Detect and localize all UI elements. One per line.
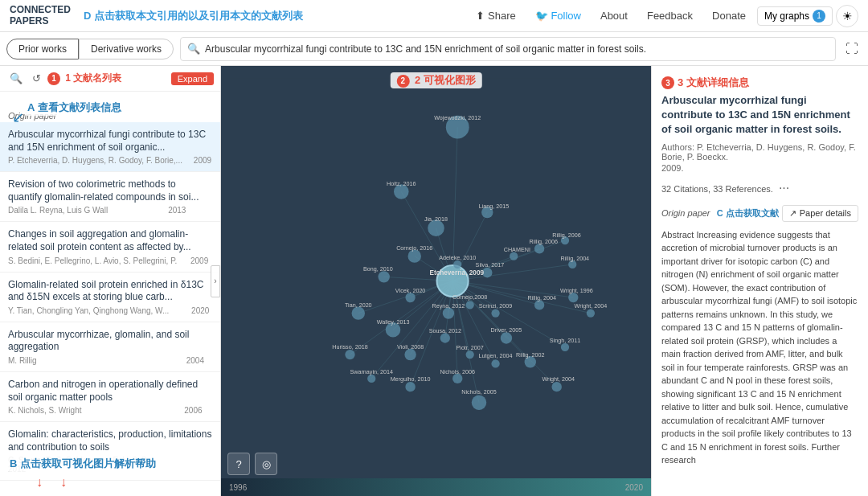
svg-point-63 <box>405 382 415 391</box>
sun-icon: ☀ <box>842 10 853 23</box>
svg-text:Mergulho, 2010: Mergulho, 2010 <box>391 375 431 383</box>
svg-point-67 <box>561 343 569 351</box>
svg-point-60 <box>587 309 595 317</box>
svg-text:Rillig, 2006: Rillig, 2006 <box>529 238 558 245</box>
list-item[interactable]: Changes in soil aggregation and glomalin… <box>0 222 220 272</box>
tab-group: Prior works Derivative works <box>6 39 174 59</box>
expand-button[interactable]: Expand <box>171 72 214 85</box>
svg-point-50 <box>466 301 474 309</box>
svg-text:Hurisso, 2018: Hurisso, 2018 <box>332 343 367 350</box>
help-button[interactable]: ? <box>227 453 250 475</box>
follow-button[interactable]: 🐦 Follow <box>527 6 589 25</box>
list-item[interactable]: Revision of two colorimetric methods to … <box>0 172 220 222</box>
svg-text:Vlcek, 2020: Vlcek, 2020 <box>395 287 426 294</box>
svg-text:Rillig, 2004: Rillig, 2004 <box>527 294 556 301</box>
twitter-icon: 🐦 <box>535 10 548 22</box>
svg-point-51 <box>491 309 499 317</box>
papers-list: Origin paper Arbuscular mycorrhizal fung… <box>0 106 220 496</box>
search-input[interactable] <box>205 43 829 55</box>
panel-search-icon[interactable]: 🔍 <box>6 71 26 86</box>
external-link-icon: ↗ <box>789 208 796 219</box>
svg-point-61 <box>345 350 354 359</box>
search-icon: 🔍 <box>187 43 200 55</box>
my-graphs-button[interactable]: My graphs 1 <box>757 6 833 26</box>
svg-text:Piotr, 2007: Piotr, 2007 <box>456 344 483 351</box>
left-panel-header: 🔍 ↺ 1 1 文献名列表 Expand <box>0 66 220 92</box>
paper-abstract: Abstract Increasing evidence suggests th… <box>661 228 858 467</box>
fullscreen-button[interactable]: ⛶ <box>842 39 862 59</box>
more-options-button[interactable]: ··· <box>776 179 792 197</box>
derivative-works-tab[interactable]: Derivative works <box>79 39 174 59</box>
theme-toggle-button[interactable]: ☀ <box>836 5 858 27</box>
locate-button[interactable]: ◎ <box>255 453 277 475</box>
svg-point-54 <box>404 349 416 360</box>
center-panel: 2 2 可视化图形 <box>221 66 651 496</box>
list-item[interactable]: Arbuscular mycorrhizae, glomalin, and so… <box>0 322 220 372</box>
prior-works-tab[interactable]: Prior works <box>6 39 79 59</box>
donate-button[interactable]: Donate <box>704 6 754 25</box>
list-item[interactable]: Glomalin: characteristics, production, l… <box>0 422 220 481</box>
svg-text:Nichols, 2006: Nichols, 2006 <box>440 368 475 375</box>
left-panel: 🔍 ↺ 1 1 文献名列表 Expand A 查看文献列表信息 ↙ Origin… <box>0 66 221 496</box>
svg-text:Walley, 2013: Walley, 2013 <box>377 318 410 326</box>
list-item[interactable]: Glomalin-related soil protein enriched i… <box>0 273 220 322</box>
right-panel: 3 3 文献详细信息 Arbuscular mycorrhizal fungi … <box>651 66 868 496</box>
paper-detail-title: Arbuscular mycorrhizal fungi contribute … <box>661 93 858 137</box>
svg-text:Silva, 2017: Silva, 2017 <box>476 261 505 268</box>
paper-detail-year: 2009. <box>661 163 858 173</box>
share-button[interactable]: ⬆ Share <box>468 6 524 25</box>
svg-point-47 <box>453 260 461 268</box>
search-row: Prior works Derivative works 🔍 ⛶ <box>0 32 868 66</box>
paper-title: Carbon and nitrogen in operationally def… <box>8 379 212 404</box>
paper-meta: M. Rillig 2004 <box>8 356 212 365</box>
about-button[interactable]: About <box>592 6 636 25</box>
svg-point-56 <box>466 350 474 359</box>
paper-title: Glomalin: characteristics, production, l… <box>8 428 212 453</box>
svg-text:Jia, 2018: Jia, 2018 <box>424 215 448 223</box>
annotation-3: 3 文献详细信息 <box>678 76 749 90</box>
svg-point-65 <box>491 359 499 367</box>
panel-refresh-icon[interactable]: ↺ <box>29 71 44 86</box>
paper-details-button[interactable]: ↗ Paper details <box>782 205 858 222</box>
svg-text:Wright, 2004: Wright, 2004 <box>575 302 608 309</box>
svg-text:Wojewodzki, 2012: Wojewodzki, 2012 <box>434 114 481 121</box>
svg-text:Liang, 2015: Liang, 2015 <box>479 203 510 210</box>
timeline-bar: 1996 2020 <box>221 478 651 496</box>
paper-meta: Y. Tian, Chongling Yan, Qinghong Wang, W… <box>8 306 212 315</box>
paper-detail-citations: 32 Citations, 33 References. ··· <box>661 179 858 197</box>
timeline-start: 1996 <box>229 483 247 492</box>
feedback-button[interactable]: Feedback <box>639 6 701 25</box>
svg-text:Driver, 2005: Driver, 2005 <box>491 326 522 334</box>
svg-text:Rillig, 2002: Rillig, 2002 <box>516 351 545 359</box>
my-graphs-badge: 1 <box>813 10 825 23</box>
paper-meta: S. Bedini, E. Pellegrino, L. Avio, S. Pe… <box>8 256 212 265</box>
svg-text:Swarnayin, 2014: Swarnayin, 2014 <box>350 368 393 375</box>
annotation-c: C 点击获取文献 <box>717 207 779 219</box>
origin-label: Origin paper <box>0 106 220 122</box>
svg-text:Rillig, 2006: Rillig, 2006 <box>552 232 581 239</box>
list-item[interactable]: Carbon and nitrogen in operationally def… <box>0 372 220 422</box>
svg-text:Tian, 2020: Tian, 2020 <box>345 301 372 309</box>
svg-text:Rillig, 2004: Rillig, 2004 <box>561 255 590 262</box>
svg-point-69 <box>552 382 562 391</box>
paper-title: Arbuscular mycorrhizae, glomalin, and so… <box>8 329 212 354</box>
paper-item-origin[interactable]: Arbuscular mycorrhizal fungi contribute … <box>0 122 220 172</box>
paper-meta: P. Etcheverria, D. Huygens, R. Godoy, F.… <box>8 156 212 165</box>
viz-controls: ? ◎ <box>227 453 277 475</box>
svg-text:Adeleke, 2010: Adeleke, 2010 <box>439 254 476 261</box>
svg-point-62 <box>367 375 375 383</box>
paper-title: Changes in soil aggregation and glomalin… <box>8 228 212 253</box>
svg-text:Sousa, 2012: Sousa, 2012 <box>429 327 461 334</box>
svg-text:Nichols, 2005: Nichols, 2005 <box>461 388 497 396</box>
logo: CONNECTED PAPERS <box>10 5 71 26</box>
svg-text:Cornejo,2008: Cornejo,2008 <box>452 293 487 301</box>
svg-text:Singh, 2011: Singh, 2011 <box>550 337 580 344</box>
nav-title-link[interactable]: D 点击获取本文引用的以及引用本文的文献列表 <box>84 9 461 23</box>
paper-meta: C. Sousa, R. S. C. Menezes, E. V. S. B..… <box>8 456 212 473</box>
scroll-arrow[interactable]: › <box>211 265 220 297</box>
svg-point-41 <box>378 271 389 282</box>
fullscreen-icon: ⛶ <box>845 42 858 55</box>
top-nav: CONNECTED PAPERS D 点击获取本文引用的以及引用本文的文献列表 … <box>0 0 868 32</box>
svg-text:Bong, 2010: Bong, 2010 <box>363 265 393 273</box>
svg-text:Etcheverria, 2009: Etcheverria, 2009 <box>429 269 484 277</box>
